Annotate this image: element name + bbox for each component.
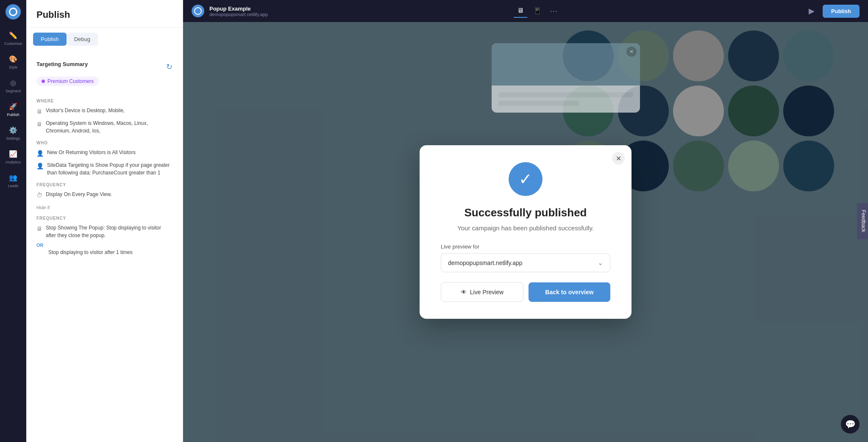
modal-close-button[interactable]: ✕	[612, 152, 625, 165]
customize-icon: ✏️	[8, 30, 18, 40]
sidebar-item-segment-label: Segment	[6, 89, 21, 93]
sidebar-item-publish[interactable]: 🚀 Publish	[0, 97, 26, 121]
style-icon: 🎨	[8, 54, 18, 64]
back-to-overview-button[interactable]: Back to overview	[529, 282, 610, 302]
condition-stop1: 🖥 Stop Showing The Popup: Stop displayin…	[36, 224, 172, 239]
frequency-label: FREQUENCY	[36, 182, 172, 187]
preview-icon: 👁	[461, 289, 467, 296]
leads-icon: 👥	[8, 173, 18, 182]
segment-icon: ◎	[8, 78, 18, 87]
modal-overlay[interactable]: ✕ ✕ ✓ Successfully published Your campai…	[183, 22, 868, 442]
condition-device: 🖥 Visitor's Device is Desktop, Mobile,	[36, 107, 172, 116]
feedback-tab[interactable]: Feedback	[857, 203, 868, 239]
targeting-section: Targeting Summary ↻ Premium Customers WH…	[26, 46, 183, 259]
visitor-icon: 👤	[36, 149, 44, 158]
tab-publish[interactable]: Publish	[33, 33, 67, 46]
targeting-badge: Premium Customers	[36, 77, 99, 86]
condition-sitedata: 👤 SiteData Targeting is Show Popup if yo…	[36, 161, 172, 177]
top-bar: Popup Example demopopupsmart.netlify.app…	[183, 0, 868, 22]
top-bar-right: ▶ Publish	[805, 4, 860, 18]
refresh-icon[interactable]: ↻	[166, 62, 172, 72]
desktop-device-btn[interactable]: 🖥	[514, 4, 527, 18]
mobile-device-btn[interactable]: 📱	[531, 4, 544, 18]
where-label: WHERE	[36, 99, 172, 103]
top-bar-center: 🖥 📱 ⋯	[514, 4, 559, 18]
sidebar-item-customize-label: Customize	[4, 41, 22, 46]
checkmark-icon: ✓	[519, 170, 532, 188]
condition-os: 🖥 Operating System is Windows, Macos, Li…	[36, 119, 172, 135]
sidebar-item-settings-label: Settings	[6, 136, 20, 141]
sidebar-item-leads-label: Leads	[8, 184, 19, 188]
stop1-icon: 🖥	[36, 224, 42, 233]
live-preview-button[interactable]: 👁 Live Preview	[441, 282, 523, 302]
domain-selector[interactable]: demopopupsmart.netlify.app ⌄	[441, 253, 610, 272]
sidebar-item-style-label: Style	[9, 65, 17, 69]
frequency2-label: FREQUENCY	[36, 216, 172, 221]
success-modal: ✕ ✓ Successfully published Your campaign…	[420, 145, 632, 319]
app-name: Popup Example	[209, 6, 268, 12]
panel-title: Publish	[36, 9, 172, 20]
app-info: Popup Example demopopupsmart.netlify.app	[209, 6, 268, 17]
condition-stop2: Stop displaying to visitor after 1 times	[36, 249, 172, 255]
popup-behind-close: ✕	[626, 47, 637, 57]
or-label: OR	[36, 243, 172, 248]
hide-if-label: Hide if	[36, 205, 172, 210]
sidebar-item-analytics-label: Analytics	[6, 160, 21, 164]
success-icon: ✓	[509, 162, 542, 196]
os-icon: 🖥	[36, 120, 42, 129]
analytics-icon: 📈	[8, 149, 18, 158]
domain-value: demopopupsmart.netlify.app	[448, 260, 523, 266]
sidebar-item-settings[interactable]: ⚙️ Settings	[0, 121, 26, 145]
success-title: Successfully published	[441, 206, 610, 219]
who-label: WHO	[36, 141, 172, 145]
panel-header: Publish	[26, 0, 183, 28]
publish-top-btn[interactable]: Publish	[823, 5, 860, 18]
tab-bar: Publish Debug	[26, 28, 183, 46]
app-logo[interactable]	[6, 4, 21, 19]
settings-icon: ⚙️	[8, 125, 18, 135]
sidebar-item-leads[interactable]: 👥 Leads	[0, 169, 26, 192]
sidebar: ✏️ Customize 🎨 Style ◎ Segment 🚀 Publish…	[0, 0, 26, 442]
chat-icon: 💬	[845, 419, 856, 429]
sidebar-item-style[interactable]: 🎨 Style	[0, 50, 26, 74]
preview-for-label: Live preview for	[441, 243, 610, 250]
targeting-summary-label: Targeting Summary	[36, 61, 88, 67]
main-preview-area: Popup Example demopopupsmart.netlify.app…	[183, 0, 868, 442]
frequency-icon: ⏱	[36, 191, 42, 200]
sidebar-item-analytics[interactable]: 📈 Analytics	[0, 145, 26, 169]
chat-button[interactable]: 💬	[841, 415, 860, 434]
top-bar-left: Popup Example demopopupsmart.netlify.app	[192, 5, 268, 17]
preview-play-btn[interactable]: ▶	[805, 4, 818, 18]
tab-debug[interactable]: Debug	[67, 33, 98, 46]
success-subtitle: Your campaign has been published success…	[441, 224, 610, 232]
sitedata-icon: 👤	[36, 162, 44, 171]
condition-frequency: ⏱ Display On Every Page View.	[36, 191, 172, 200]
preview-canvas: ✕ ✕ ✓ Successfully published Your campai…	[183, 22, 868, 442]
sidebar-item-publish-label: Publish	[7, 113, 19, 117]
popup-behind-preview: ✕	[492, 43, 640, 113]
more-options-btn[interactable]: ⋯	[548, 5, 559, 17]
sidebar-item-segment[interactable]: ◎ Segment	[0, 74, 26, 97]
app-icon	[192, 5, 204, 17]
condition-visitors: 👤 New Or Returning Visitors is All Visit…	[36, 149, 172, 158]
modal-actions: 👁 Live Preview Back to overview	[441, 282, 610, 302]
app-url: demopopupsmart.netlify.app	[209, 12, 268, 17]
publish-icon: 🚀	[8, 102, 18, 111]
device-icon: 🖥	[36, 107, 42, 116]
publish-panel: Publish Publish Debug Targeting Summary …	[26, 0, 183, 442]
chevron-down-icon: ⌄	[598, 259, 603, 267]
sidebar-item-customize[interactable]: ✏️ Customize	[0, 26, 26, 50]
